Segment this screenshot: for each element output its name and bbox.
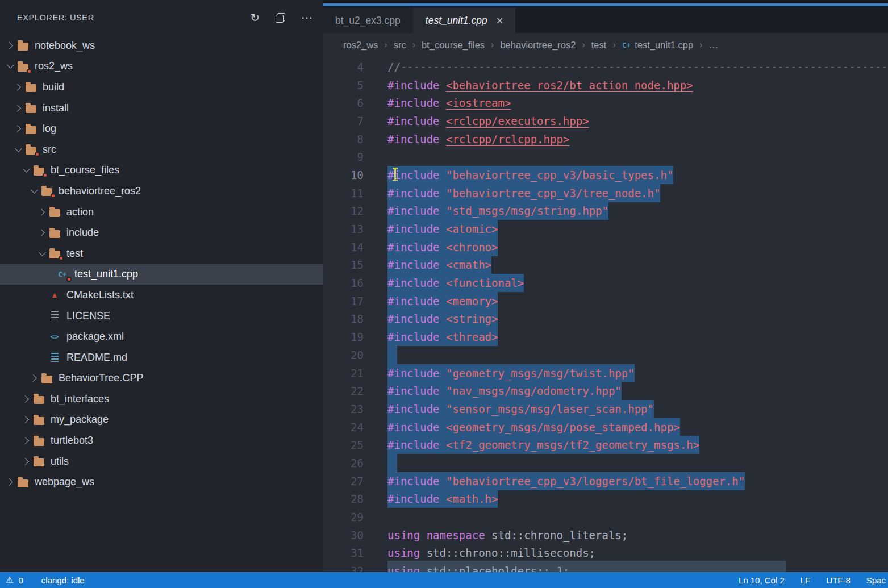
token: #include: [387, 223, 446, 235]
tree-item-log[interactable]: log: [0, 118, 323, 139]
token: <thread>: [446, 331, 498, 343]
tree-item-bt_interfaces[interactable]: bt_interfaces: [0, 389, 323, 410]
code-line: 17#include <memory>: [323, 292, 888, 310]
tree-item-bt_course_files[interactable]: bt_course_files: [0, 160, 323, 181]
close-tab-icon[interactable]: ×: [497, 15, 503, 26]
chevron-right-icon: [5, 43, 16, 48]
code-line: 13#include <atomic>: [323, 220, 888, 238]
code-text: [387, 346, 397, 364]
folder-icon: [32, 393, 45, 405]
breadcrumb-item[interactable]: behaviortree_ros2: [500, 40, 576, 51]
token: std::chrono_literals;: [491, 529, 628, 541]
tree-item-action[interactable]: action: [0, 202, 323, 223]
problems-count[interactable]: 0: [18, 576, 23, 585]
line-number: 25: [323, 439, 364, 451]
horizontal-scrollbar[interactable]: [387, 561, 786, 572]
folder-icon: [48, 206, 61, 218]
refresh-explorer-icon[interactable]: ↻: [250, 12, 260, 23]
tree-item-my_package[interactable]: my_package: [0, 410, 323, 431]
token: <tf2_geometry_msgs/tf2_geometry_msgs.h>: [446, 439, 699, 451]
code-text: using namespace std::chrono_literals;: [387, 526, 628, 544]
token: "std_msgs/msg/string.hpp": [446, 205, 608, 217]
status-bar-left: ⚠ 0 clangd: idle: [6, 575, 85, 585]
code-text: #include "std_msgs/msg/string.hpp": [387, 202, 608, 220]
breadcrumb-item[interactable]: src: [394, 40, 406, 51]
xml-file-icon: <>: [48, 331, 61, 343]
folder-icon: [16, 60, 30, 73]
code-line: 25#include <tf2_geometry_msgs/tf2_geomet…: [323, 436, 888, 454]
clangd-status[interactable]: clangd: idle: [41, 576, 85, 585]
tree-item-test_unit1.cpp[interactable]: C+test_unit1.cpp: [0, 264, 323, 285]
breadcrumb-item[interactable]: …: [708, 40, 718, 51]
breadcrumb-item[interactable]: C+test_unit1.cpp: [622, 40, 693, 51]
token: #include: [387, 97, 446, 109]
tree-item-package.xml[interactable]: <>package.xml: [0, 326, 323, 347]
cursor-position[interactable]: Ln 10, Col 2: [739, 576, 785, 585]
tree-item-install[interactable]: install: [0, 98, 323, 119]
tree-item-label: test: [66, 248, 83, 260]
tree-item-ros2_ws[interactable]: ros2_ws: [0, 56, 323, 77]
chevron-right-icon: [36, 210, 48, 215]
tree-item-utils[interactable]: utils: [0, 451, 323, 472]
tree-item-notebook_ws[interactable]: notebook_ws: [0, 35, 323, 56]
git-modified-dot: [51, 193, 56, 198]
warning-icon[interactable]: ⚠: [6, 575, 13, 585]
tree-item-webpage_ws[interactable]: webpage_ws: [0, 472, 323, 493]
tree-item-build[interactable]: build: [0, 77, 323, 98]
tab-strip: bt_u2_ex3.cpptest_unit1.cpp×: [323, 0, 888, 33]
tab-test_unit1.cpp[interactable]: test_unit1.cpp×: [413, 8, 516, 33]
git-modified-dot: [59, 256, 64, 261]
indentation-indicator[interactable]: Spac: [866, 576, 886, 585]
tree-item-LICENSE[interactable]: LICENSE: [0, 306, 323, 327]
code-area[interactable]: 4//-------------------------------------…: [323, 57, 888, 572]
code-line: 16#include <functional>: [323, 274, 888, 292]
line-number: 11: [323, 187, 364, 199]
tree-item-README.md[interactable]: README.md: [0, 347, 323, 368]
tree-item-turtlebot3[interactable]: turtlebot3: [0, 430, 323, 451]
tree-item-label: ros2_ws: [35, 60, 73, 72]
tree-item-label: utils: [51, 456, 69, 468]
code-line: 14#include <chrono>: [323, 238, 888, 256]
tree-item-label: test_unit1.cpp: [74, 268, 138, 280]
tree-item-src[interactable]: src: [0, 139, 323, 160]
code-line: 18#include <string>: [323, 310, 888, 328]
token: <cmath>: [446, 258, 491, 271]
code-text: #include <string>: [387, 310, 498, 328]
folder-icon: [40, 185, 53, 197]
tree-item-label: build: [43, 81, 64, 93]
token: #include: [387, 475, 446, 487]
tab-bt_u2_ex3.cpp[interactable]: bt_u2_ex3.cpp: [323, 8, 413, 33]
tree-item-test[interactable]: test: [0, 243, 323, 264]
token: using: [387, 547, 427, 559]
chevron-right-icon: [20, 397, 32, 402]
code-line: 5#include <behaviortree_ros2/bt_action_n…: [323, 76, 888, 94]
token: std::chrono::milliseconds;: [427, 547, 595, 559]
line-number: 6: [323, 97, 364, 109]
folder-glyph: [18, 43, 28, 51]
folder-icon: [16, 476, 30, 489]
eol-indicator[interactable]: LF: [801, 576, 811, 585]
code-text: #include <behaviortree_ros2/bt_action_no…: [387, 76, 693, 94]
license-file-icon: [48, 310, 61, 322]
line-number: 32: [323, 565, 364, 572]
tree-item-include[interactable]: include: [0, 222, 323, 243]
token: #include: [387, 312, 446, 325]
line-number: 7: [323, 115, 364, 127]
tree-item-BehaviorTree.CPP[interactable]: BehaviorTree.CPP: [0, 368, 323, 389]
encoding-indicator[interactable]: UTF-8: [826, 576, 851, 585]
folder-icon: [24, 102, 37, 114]
token: <string>: [446, 312, 498, 325]
tree-item-behaviortree_ros2[interactable]: behaviortree_ros2: [0, 181, 323, 202]
token: "behaviortree_cpp_v3/loggers/bt_file_log…: [446, 475, 745, 487]
breadcrumb-item[interactable]: ros2_ws: [343, 40, 378, 51]
more-actions-icon[interactable]: ⋯: [301, 12, 312, 23]
code-text: //--------------------------------------…: [387, 58, 888, 76]
collapse-folders-icon[interactable]: [276, 13, 285, 23]
code-text: #include <thread>: [387, 328, 498, 346]
line-number: 21: [323, 367, 364, 380]
tree-item-CMakeLists.txt[interactable]: ▲CMakeLists.txt: [0, 285, 323, 306]
breadcrumb-item[interactable]: test: [591, 40, 607, 51]
breadcrumb-item[interactable]: bt_course_files: [422, 40, 485, 51]
code-line: 7#include <rclcpp/executors.hpp>: [323, 112, 888, 130]
chevron-right-icon: [12, 85, 24, 90]
